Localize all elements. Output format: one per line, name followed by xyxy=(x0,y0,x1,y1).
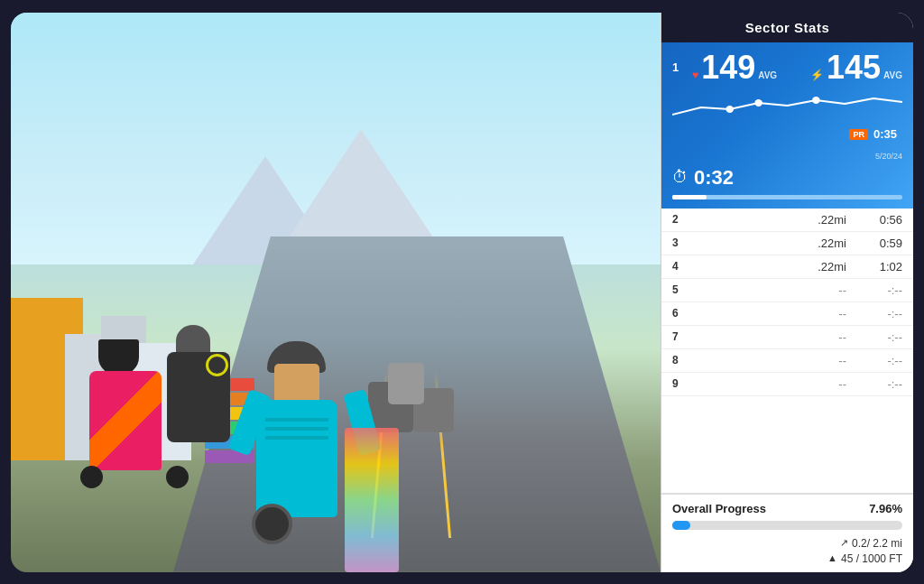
sector-row-4: 4 .22mi 1:02 xyxy=(661,255,913,279)
overall-progress-header: Overall Progress 7.96% xyxy=(672,502,902,515)
sector-1-num: 1 xyxy=(672,60,685,74)
sector-row-7: 7 -- -:-- xyxy=(661,326,913,349)
performance-graph xyxy=(672,89,902,121)
sector-row-2: 2 .22mi 0:56 xyxy=(661,209,913,232)
heart-icon: ♥ xyxy=(692,69,698,81)
bolt-icon: ⚡ xyxy=(810,69,824,81)
sector-row-time-9: -:-- xyxy=(857,377,902,391)
hud-panel: Sector Stats 1 ♥ 149 AVG ⚡ 145 AVG xyxy=(661,13,913,572)
sector-progress-bar xyxy=(672,195,902,199)
svg-point-1 xyxy=(754,99,762,107)
road-art xyxy=(345,428,399,572)
svg-point-0 xyxy=(726,106,735,113)
jersey-stripe-3 xyxy=(265,436,329,440)
sector-row-num-2: 2 xyxy=(672,213,690,226)
sector-row-num-5: 5 xyxy=(672,283,690,296)
power-value: 145 xyxy=(827,51,881,84)
pr-time: 0:35 xyxy=(873,127,897,141)
sector-row-time-6: -:-- xyxy=(857,307,902,320)
distance-value: 0.2/ 2.2 mi xyxy=(852,537,902,550)
sector-row-dist-7: -- xyxy=(690,330,857,344)
sector-1-area: 1 ♥ 149 AVG ⚡ 145 AVG xyxy=(661,42,913,209)
sector-row-time-3: 0:59 xyxy=(857,236,902,250)
sector-row-dist-2: .22mi xyxy=(690,213,857,227)
sector-rows-container: 2 .22mi 0:56 3 .22mi 0:59 4 .22mi 1:02 5… xyxy=(661,209,913,493)
sector-row-9: 9 -- -:-- xyxy=(661,373,913,396)
sector-row-8: 8 -- -:-- xyxy=(661,349,913,373)
clock-icon: ⏱ xyxy=(672,168,688,187)
overall-bar-fill xyxy=(672,521,690,530)
sector-progress-fill xyxy=(672,195,707,199)
neon-ring-1 xyxy=(206,354,228,376)
sector-row-time-5: -:-- xyxy=(857,283,902,297)
cyclist-left-body xyxy=(89,371,162,470)
cyclist-left-head xyxy=(98,339,139,375)
power-label: AVG xyxy=(883,70,902,80)
sector-row-dist-8: -- xyxy=(690,354,857,367)
pr-row: PR 0:35 xyxy=(672,126,902,143)
heart-value: 149 xyxy=(701,51,755,84)
jersey-stripe-2 xyxy=(265,427,329,431)
sector-row-num-3: 3 xyxy=(672,236,690,249)
sector-row-num-6: 6 xyxy=(672,307,690,320)
main-container: Sector Stats 1 ♥ 149 AVG ⚡ 145 AVG xyxy=(11,13,913,572)
elevation-icon: ▲ xyxy=(827,552,837,565)
bg-body-3 xyxy=(388,363,424,404)
sector-row-time-4: 1:02 xyxy=(857,260,902,273)
sector-row-dist-3: .22mi xyxy=(690,236,857,250)
sector-row-dist-6: -- xyxy=(690,307,857,320)
cyclist-left-wheel-back xyxy=(80,466,103,488)
bg-cyclist-3 xyxy=(388,346,424,404)
power-metric: ⚡ 145 AVG xyxy=(810,51,902,84)
sector-row-3: 3 .22mi 0:59 xyxy=(661,232,913,255)
pr-date-row: 5/20/24 xyxy=(672,146,902,162)
heart-label: AVG xyxy=(758,70,777,80)
pr-date: 5/20/24 xyxy=(875,152,902,161)
cyclist-wheel-back xyxy=(252,504,292,544)
svg-point-2 xyxy=(812,97,820,104)
sector-row-dist-5: -- xyxy=(690,283,857,297)
sector-row-time-8: -:-- xyxy=(857,354,902,367)
sector-row-num-8: 8 xyxy=(672,354,690,366)
elevation-stats-row: ▲ 45 / 1000 FT xyxy=(672,552,902,565)
panel-title: Sector Stats xyxy=(745,20,830,35)
distance-icon: ↗ xyxy=(840,537,848,550)
pr-badge: PR xyxy=(849,129,868,140)
elevation-value: 45 / 1000 FT xyxy=(841,552,902,565)
distance-stats-row: ↗ 0.2/ 2.2 mi xyxy=(672,537,902,550)
overall-bar-track xyxy=(672,521,902,530)
overall-label: Overall Progress xyxy=(672,502,766,515)
sector-row-5: 5 -- -:-- xyxy=(661,279,913,302)
overall-progress-section: Overall Progress 7.96% ↗ 0.2/ 2.2 mi ▲ 4… xyxy=(661,493,913,572)
graph-area xyxy=(672,84,902,126)
sector-row-6: 6 -- -:-- xyxy=(661,302,913,326)
jersey-stripe-1 xyxy=(265,418,329,422)
sector-row-num-7: 7 xyxy=(672,330,690,343)
sector-row-dist-4: .22mi xyxy=(690,260,857,273)
game-scene xyxy=(11,13,661,572)
sector-row-dist-9: -- xyxy=(690,377,857,391)
cyclist-body xyxy=(256,400,337,517)
sector-1-top-row: 1 ♥ 149 AVG ⚡ 145 AVG xyxy=(672,51,902,84)
cyclist-head xyxy=(274,364,319,404)
cyclist-left-wheel-front xyxy=(166,466,189,488)
panel-header: Sector Stats xyxy=(661,13,913,42)
sector-row-num-4: 4 xyxy=(672,260,690,273)
sector-row-num-9: 9 xyxy=(672,377,690,390)
sector-row-time-7: -:-- xyxy=(857,330,902,344)
overall-pct: 7.96% xyxy=(869,502,902,515)
heart-metric: ♥ 149 AVG xyxy=(692,51,777,84)
sector-row-time-2: 0:56 xyxy=(857,213,902,227)
current-time-row: ⏱ 0:32 xyxy=(672,166,902,190)
current-time: 0:32 xyxy=(694,166,734,190)
